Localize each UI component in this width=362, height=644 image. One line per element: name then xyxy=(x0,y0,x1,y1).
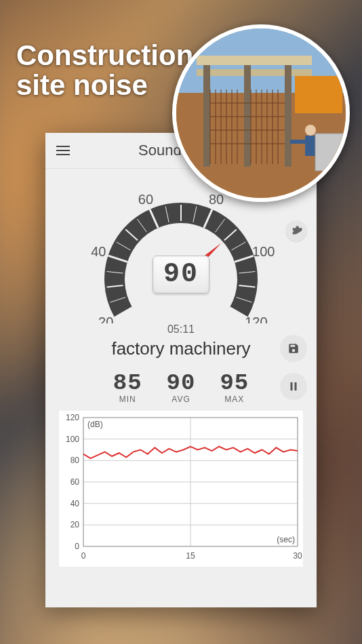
gauge-tick-40: 40 xyxy=(91,244,106,259)
menu-button[interactable] xyxy=(45,133,81,168)
stat-max-label: MAX xyxy=(220,395,249,404)
svg-point-24 xyxy=(305,125,316,136)
svg-rect-6 xyxy=(285,65,291,167)
db-chart: 02040608010012001530(dB)(sec) xyxy=(59,411,303,567)
stat-min-value: 85 xyxy=(113,370,142,396)
gear-icon xyxy=(289,224,303,238)
promo-title-line2: site noise xyxy=(16,69,148,101)
svg-rect-50 xyxy=(295,382,297,390)
gauge-tick-20: 20 xyxy=(98,315,113,323)
svg-text:30: 30 xyxy=(293,551,302,561)
svg-text:(dB): (dB) xyxy=(87,420,103,429)
gauge-tick-120: 120 xyxy=(245,315,267,323)
stat-min: 85 MIN xyxy=(113,370,142,404)
svg-rect-4 xyxy=(203,65,210,167)
settings-button[interactable] xyxy=(285,220,307,242)
svg-text:80: 80 xyxy=(71,456,80,465)
svg-rect-3 xyxy=(197,69,312,76)
stats-row: 85 MIN 90 AVG 95 MAX xyxy=(45,370,317,404)
noise-description: factory machinery xyxy=(45,338,317,359)
stat-max: 95 MAX xyxy=(220,370,249,404)
stat-avg-label: AVG xyxy=(167,395,196,404)
save-icon xyxy=(287,342,300,355)
svg-text:120: 120 xyxy=(66,413,79,422)
promo-image xyxy=(172,24,350,202)
svg-text:40: 40 xyxy=(71,499,80,508)
svg-rect-25 xyxy=(305,136,316,156)
svg-text:0: 0 xyxy=(75,542,79,551)
svg-text:(sec): (sec) xyxy=(277,535,295,544)
gauge-tick-100: 100 xyxy=(252,244,275,259)
gauge-value: 90 xyxy=(153,256,209,294)
svg-rect-2 xyxy=(197,56,312,65)
svg-rect-49 xyxy=(291,382,293,390)
promo-title-line1: Construction xyxy=(16,39,193,71)
gauge-tick-80: 80 xyxy=(209,192,224,207)
stat-avg-value: 90 xyxy=(167,370,196,396)
svg-text:60: 60 xyxy=(71,477,80,487)
svg-rect-7 xyxy=(295,76,342,113)
pause-icon xyxy=(287,380,300,393)
svg-rect-26 xyxy=(290,140,305,144)
promo-title: Construction site noise xyxy=(16,41,193,100)
elapsed-time: 05:11 xyxy=(45,323,317,336)
app-window: Sound Meter 20406080100120 90 05:11 fact… xyxy=(45,133,317,607)
stat-min-label: MIN xyxy=(113,395,142,404)
gauge-tick-60: 60 xyxy=(138,192,153,207)
stat-max-value: 95 xyxy=(220,370,249,396)
save-button[interactable] xyxy=(280,335,307,362)
svg-text:15: 15 xyxy=(186,551,195,561)
svg-rect-5 xyxy=(244,65,251,167)
pause-button[interactable] xyxy=(280,373,307,400)
svg-text:0: 0 xyxy=(81,551,86,561)
hamburger-icon xyxy=(56,150,70,151)
svg-text:100: 100 xyxy=(66,435,79,444)
svg-text:20: 20 xyxy=(71,520,80,529)
stat-avg: 90 AVG xyxy=(167,370,196,404)
